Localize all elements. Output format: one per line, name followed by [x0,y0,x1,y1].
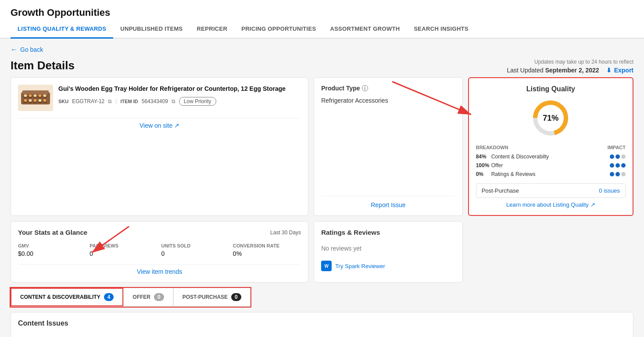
ratings-card: Ratings & Reviews No reviews yet W Try S… [314,221,463,283]
product-type-card: Product Type i Refrigerator Accessories … [314,77,463,216]
dot3 [621,172,626,176]
view-on-site-link[interactable]: View on site ↗ [18,118,301,129]
content-area: ← Go back Item Details Updates may take … [0,39,644,337]
last-days: Last 30 Days [270,229,301,236]
ratings-dots [610,172,626,176]
bottom-cards-row: Your Stats at a Glance Last 30 Days GMV … [11,221,633,283]
tab-assortment[interactable]: ASSORTMENT GROWTH [323,20,407,39]
view-trends-link[interactable]: View item trends [18,264,301,275]
no-reviews-text: No reviews yet [321,245,455,252]
item-info: Gui's Wooden Egg Tray Holder for Refrige… [58,85,301,106]
last-updated: Last Updated September 2, 2022 [507,67,599,74]
tab-content-discoverability[interactable]: CONTENT & DISCOVERABILITY 4 [11,288,123,306]
updates-notice: Updates may take up to 24 hours to refle… [534,59,633,65]
top-cards-row: Gui's Wooden Egg Tray Holder for Refrige… [11,77,633,216]
learn-more-icon: ↗ [590,201,595,208]
offer-tab-label: OFFER [132,294,150,300]
ratings-title: Ratings & Reviews [321,229,455,236]
content-issues-section: Content Issues ATTRIBUTE ISSUES SCORE AC… [11,312,633,337]
tab-post-purchase[interactable]: POST-PURCHASE 0 [173,288,250,306]
page-title: Growth Opportunities [0,0,644,20]
tab-search[interactable]: SEARCH INSIGHTS [407,20,475,39]
tab-offer[interactable]: OFFER 0 [123,288,173,306]
sku-copy-icon[interactable]: ⧉ [108,98,112,104]
item-card: Gui's Wooden Egg Tray Holder for Refrige… [11,77,308,216]
impact-label: IMPACT [608,145,626,150]
donut-chart: 71% [476,98,626,138]
stats-card: Your Stats at a Glance Last 30 Days GMV … [11,221,308,283]
offer-dots [610,163,626,168]
sku-value: EGGTRAY-12 [72,98,104,104]
item-name: Gui's Wooden Egg Tray Holder for Refrige… [58,85,301,93]
report-issue-link[interactable]: Report Issue [321,196,455,208]
stat-gmv: GMV $0.00 [18,243,86,257]
last-updated-date: September 2, 2022 [545,67,599,74]
gmv-label: GMV [18,243,86,248]
content-tab-label: CONTENT & DISCOVERABILITY [20,294,100,300]
priority-badge: Low Priority [179,97,216,106]
ratings-name: Ratings & Reviews [491,171,610,177]
units-label: UNITS SOLD [161,243,229,248]
content-dots [610,154,626,159]
conversion-value: 0% [233,250,301,257]
breakdown-row-offer: 100% Offer [476,162,626,168]
export-icon: ⬇ [606,67,612,74]
dot3 [621,154,626,159]
breakdown-row-content: 84% Content & Discoverabilty [476,154,626,160]
lq-title: Listing Quality [476,85,626,93]
post-purchase-issues: 0 issues [599,187,620,194]
product-type-title: Product Type i [321,85,455,92]
dot2 [615,163,620,168]
tab-repricer[interactable]: REPRICER [190,20,235,39]
itemid-copy-icon[interactable]: ⧉ [172,98,175,104]
issues-table-header: ATTRIBUTE ISSUES SCORE ACTION [18,333,626,337]
item-id-value: 564343409 [142,98,168,104]
product-type-info-icon[interactable]: i [362,85,368,91]
export-label: Export [614,67,633,74]
svg-point-18 [34,94,37,97]
stats-grid: GMV $0.00 PAGEVIEWS 0 UNITS SOLD 0 CON [18,243,301,257]
export-button[interactable]: ⬇ Export [606,67,633,74]
empty-col [468,221,633,283]
post-purchase-tab-badge: 0 [231,293,241,301]
ratings-pct: 0% [476,171,491,177]
tab-pricing[interactable]: PRICING OPPORTUNITIES [234,20,323,39]
svg-point-21 [24,99,27,102]
stats-header: Your Stats at a Glance Last 30 Days [18,229,301,236]
svg-point-19 [39,94,42,97]
breakdown-header: BREAKDOWN IMPACT [476,145,626,150]
stat-pageviews: PAGEVIEWS 0 [89,243,157,257]
main-nav-tabs: LISTING QUALITY & REWARDS UNPUBLISHED IT… [0,20,644,39]
pageviews-label: PAGEVIEWS [89,243,157,248]
tab-unpublished[interactable]: UNPUBLISHED ITEMS [113,20,190,39]
external-link-icon: ↗ [174,122,179,129]
conversion-label: CONVERSION RATE [233,243,301,248]
learn-more-link[interactable]: Learn more about Listing Quality ↗ [476,201,626,208]
product-type-value: Refrigerator Accessories [321,97,455,104]
go-back-label: Go back [20,46,43,53]
dot1 [610,163,614,168]
breakdown-label: BREAKDOWN [476,145,508,150]
svg-point-24 [39,99,42,102]
post-purchase-tab-label: POST-PURCHASE [182,294,228,300]
divider: | [115,98,117,104]
svg-point-17 [29,94,32,97]
stat-units: UNITS SOLD 0 [161,243,229,257]
svg-point-16 [24,94,27,97]
spark-reviewer-link[interactable]: W Try Spark Reviewer [321,261,455,271]
content-pct: 84% [476,154,491,160]
spark-label: Try Spark Reviewer [335,263,385,269]
offer-name: Offer [491,162,610,168]
dot1 [610,172,614,176]
last-updated-prefix: Last Updated [507,67,544,74]
dot2 [615,172,620,176]
issues-title: Content Issues [18,319,626,327]
view-on-site-label: View on site [140,122,172,129]
svg-point-23 [34,99,37,102]
tab-listing-quality[interactable]: LISTING QUALITY & REWARDS [11,20,113,39]
go-back-link[interactable]: ← Go back [11,46,633,54]
back-arrow-icon: ← [11,46,18,54]
item-id-label: ITEM ID [120,99,138,104]
svg-rect-5 [22,90,49,94]
walmart-icon: W [321,261,332,271]
